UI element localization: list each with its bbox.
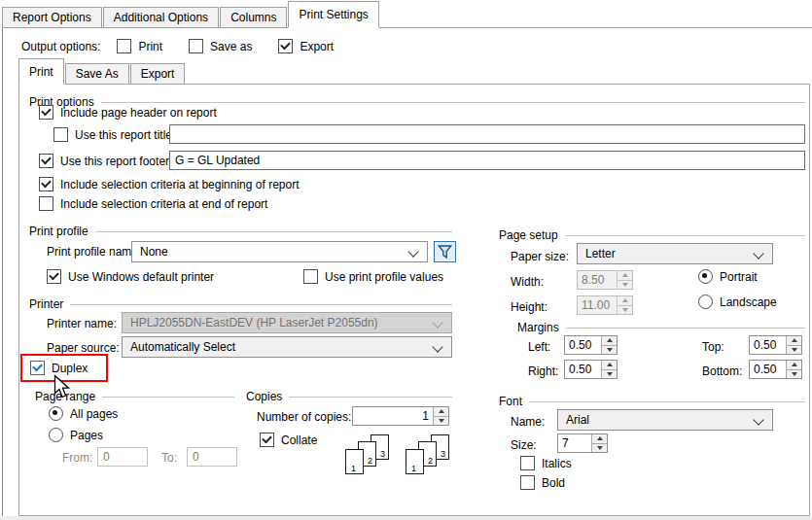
paper-source-value: Automatically Select bbox=[130, 340, 235, 354]
spin-up-icon bbox=[597, 436, 603, 440]
tab-print-settings[interactable]: Print Settings bbox=[288, 1, 378, 28]
tab-report-options[interactable]: Report Options bbox=[2, 7, 102, 27]
number-of-copies-value: 1 bbox=[353, 407, 433, 425]
font-name-label: Name: bbox=[511, 415, 545, 429]
print-profile-filter-button[interactable] bbox=[434, 241, 456, 262]
subtab-print[interactable]: Print bbox=[18, 58, 64, 85]
use-windows-default-row: Use Windows default printer bbox=[47, 269, 214, 284]
bold-checkbox[interactable] bbox=[520, 475, 535, 490]
collate-checkbox[interactable] bbox=[260, 433, 274, 447]
use-report-title-row: Use this report title: bbox=[53, 127, 175, 142]
criteria-begin-checkbox[interactable] bbox=[39, 177, 53, 191]
collate-pages-icon: 3 2 1 bbox=[345, 434, 392, 477]
to-value: 0 bbox=[193, 450, 199, 464]
margin-left-spinner[interactable]: 0.50 bbox=[564, 335, 618, 355]
use-report-footer-checkbox[interactable] bbox=[39, 154, 53, 168]
margin-bottom-spinner[interactable]: 0.50 bbox=[749, 360, 802, 379]
output-save-as-checkbox[interactable] bbox=[189, 39, 203, 53]
use-profile-values-checkbox[interactable] bbox=[303, 269, 318, 284]
height-spinner: 11.00 bbox=[577, 295, 633, 315]
duplex-row: Duplex bbox=[30, 361, 88, 375]
spin-up-button[interactable] bbox=[602, 361, 617, 369]
spin-down-button[interactable] bbox=[602, 345, 617, 355]
output-save-as-label: Save as bbox=[210, 40, 252, 53]
margin-right-label: Right: bbox=[528, 364, 558, 378]
bold-label: Bold bbox=[542, 476, 565, 490]
spin-down-icon bbox=[622, 308, 628, 312]
all-pages-label: All pages bbox=[70, 407, 118, 421]
criteria-begin-row: Include selection criteria at beginning … bbox=[39, 177, 299, 191]
spin-up-button[interactable] bbox=[602, 336, 617, 345]
to-label: To: bbox=[161, 451, 177, 465]
margin-top-spinner[interactable]: 0.50 bbox=[749, 335, 802, 355]
spin-down-button[interactable] bbox=[787, 369, 801, 379]
criteria-end-row: Include selection criteria at end of rep… bbox=[39, 196, 267, 211]
spin-down-button bbox=[618, 305, 632, 315]
criteria-end-label: Include selection criteria at end of rep… bbox=[60, 197, 267, 211]
include-page-header-checkbox[interactable] bbox=[39, 105, 53, 120]
spin-down-button[interactable] bbox=[602, 369, 617, 379]
spin-up-button[interactable] bbox=[787, 361, 801, 369]
spinner-buttons bbox=[601, 361, 617, 378]
group-divider-line bbox=[289, 397, 452, 398]
output-print-checkbox[interactable] bbox=[117, 39, 131, 53]
output-print-label: Print bbox=[138, 40, 162, 53]
paper-size-label: Paper size: bbox=[511, 250, 569, 263]
landscape-label: Landscape bbox=[720, 295, 777, 309]
use-report-title-checkbox[interactable] bbox=[53, 127, 68, 142]
use-report-footer-label: Use this report footer: bbox=[60, 155, 172, 168]
margin-top-label: Top: bbox=[702, 340, 724, 354]
tab-columns[interactable]: Columns bbox=[220, 7, 287, 27]
subtab-save-as[interactable]: Save As bbox=[65, 63, 129, 84]
report-footer-value: G = GL Updated bbox=[175, 154, 260, 167]
margins-group-title: Margins bbox=[517, 321, 559, 334]
landscape-radio[interactable] bbox=[698, 295, 713, 309]
window-bottom-edge bbox=[0, 516, 812, 520]
italics-checkbox[interactable] bbox=[520, 456, 535, 470]
paper-source-select[interactable]: Automatically Select bbox=[122, 336, 452, 358]
group-divider-line bbox=[70, 304, 452, 305]
report-title-input[interactable] bbox=[169, 124, 805, 144]
number-of-copies-spinner[interactable]: 1 bbox=[352, 406, 449, 426]
all-pages-radio[interactable] bbox=[49, 406, 63, 421]
pages-label: Pages bbox=[70, 429, 103, 442]
portrait-radio[interactable] bbox=[698, 269, 713, 284]
from-value: 0 bbox=[103, 450, 110, 464]
margin-right-spinner[interactable]: 0.50 bbox=[564, 360, 618, 379]
spin-down-button[interactable] bbox=[592, 443, 607, 453]
spin-up-button bbox=[618, 296, 632, 305]
spin-up-icon bbox=[607, 363, 613, 366]
spin-up-icon bbox=[622, 273, 628, 277]
bold-row: Bold bbox=[520, 475, 565, 490]
use-report-title-label: Use this report title: bbox=[75, 128, 175, 142]
spin-up-button[interactable] bbox=[592, 434, 607, 443]
spin-down-button[interactable] bbox=[434, 416, 448, 426]
subtab-export[interactable]: Export bbox=[130, 63, 186, 84]
spin-down-icon bbox=[439, 419, 444, 423]
spinner-buttons bbox=[786, 361, 801, 378]
chevron-down-icon bbox=[432, 317, 442, 328]
report-footer-input[interactable]: G = GL Updated bbox=[169, 151, 805, 170]
criteria-end-checkbox[interactable] bbox=[39, 196, 53, 211]
height-label: Height: bbox=[511, 300, 547, 314]
use-windows-default-checkbox[interactable] bbox=[47, 269, 61, 284]
print-profile-name-select[interactable]: None bbox=[131, 241, 428, 262]
output-print-option: Print bbox=[117, 39, 162, 53]
printer-name-value: HPLJ2055DN-EastDEV (HP LaserJet P2055dn) bbox=[130, 316, 378, 329]
mouse-cursor-icon bbox=[53, 374, 72, 400]
output-export-checkbox[interactable] bbox=[278, 39, 293, 53]
pages-radio[interactable] bbox=[49, 428, 63, 442]
font-group-title: Font bbox=[499, 395, 522, 408]
criteria-begin-label: Include selection criteria at beginning … bbox=[60, 178, 299, 191]
spin-down-button[interactable] bbox=[787, 345, 801, 355]
tab-additional-options[interactable]: Additional Options bbox=[103, 7, 219, 27]
spinner-buttons bbox=[433, 407, 448, 425]
spin-up-button[interactable] bbox=[787, 336, 801, 345]
from-input: 0 bbox=[97, 447, 148, 467]
spin-down-icon bbox=[792, 348, 797, 352]
paper-size-select[interactable]: Letter bbox=[577, 243, 773, 264]
font-size-spinner[interactable]: 7 bbox=[557, 433, 608, 453]
duplex-checkbox[interactable] bbox=[30, 361, 45, 375]
font-name-select[interactable]: Arial bbox=[557, 409, 773, 431]
spin-up-button[interactable] bbox=[434, 407, 448, 416]
